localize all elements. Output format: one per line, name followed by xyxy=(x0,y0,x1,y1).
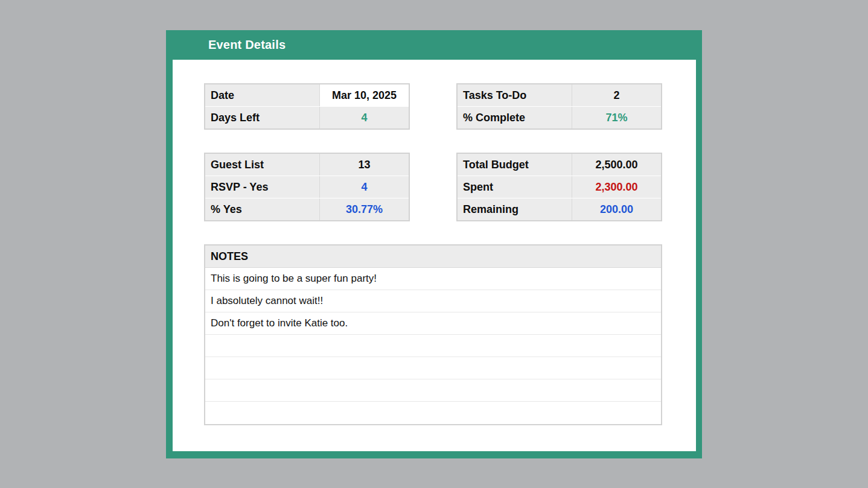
tasks-table: Tasks To-Do 2 % Complete 71% xyxy=(456,83,662,130)
note-row[interactable] xyxy=(205,335,661,357)
notes-header: NOTES xyxy=(205,246,661,268)
notes-table: NOTES This is going to be a super fun pa… xyxy=(204,244,662,425)
page-title: Event Details xyxy=(166,38,286,52)
event-details-card: Event Details Date Mar 10, 2025 Days Lef… xyxy=(166,30,702,458)
total-budget-value[interactable]: 2,500.00 xyxy=(572,154,661,176)
note-row[interactable]: Don't forget to invite Katie too. xyxy=(205,312,661,335)
spent-value[interactable]: 2,300.00 xyxy=(572,176,661,198)
note-row[interactable] xyxy=(205,402,661,424)
note-row[interactable] xyxy=(205,379,661,402)
schedule-table: Date Mar 10, 2025 Days Left 4 xyxy=(204,83,410,130)
spent-label: Spent xyxy=(458,176,572,198)
percent-complete-label: % Complete xyxy=(458,107,572,128)
percent-yes-value[interactable]: 30.77% xyxy=(319,198,409,220)
remaining-label: Remaining xyxy=(458,198,572,220)
note-row[interactable]: This is going to be a super fun party! xyxy=(205,268,661,290)
guest-list-label: Guest List xyxy=(205,154,319,176)
rsvp-yes-value[interactable]: 4 xyxy=(319,176,409,198)
percent-yes-label: % Yes xyxy=(205,198,319,220)
percent-complete-value[interactable]: 71% xyxy=(572,107,661,128)
guest-list-value[interactable]: 13 xyxy=(319,154,409,176)
card-header: Event Details xyxy=(166,30,702,60)
date-label: Date xyxy=(205,84,319,106)
note-row[interactable]: I absolutely cannot wait!! xyxy=(205,290,661,312)
tasks-todo-label: Tasks To-Do xyxy=(458,84,572,106)
note-row[interactable] xyxy=(205,357,661,379)
rsvp-yes-label: RSVP - Yes xyxy=(205,176,319,198)
guests-table: Guest List 13 RSVP - Yes 4 % Yes 30.77% xyxy=(204,153,410,221)
tasks-todo-value[interactable]: 2 xyxy=(572,84,661,106)
budget-table: Total Budget 2,500.00 Spent 2,300.00 Rem… xyxy=(456,153,662,221)
page-background: { "colors": { "accent": "#33967c", "page… xyxy=(0,0,868,488)
remaining-value[interactable]: 200.00 xyxy=(572,198,661,220)
days-left-label: Days Left xyxy=(205,107,319,128)
days-left-value[interactable]: 4 xyxy=(319,107,409,128)
card-content: Date Mar 10, 2025 Days Left 4 Tasks To-D… xyxy=(173,60,696,451)
date-value[interactable]: Mar 10, 2025 xyxy=(319,84,409,106)
total-budget-label: Total Budget xyxy=(458,154,572,176)
